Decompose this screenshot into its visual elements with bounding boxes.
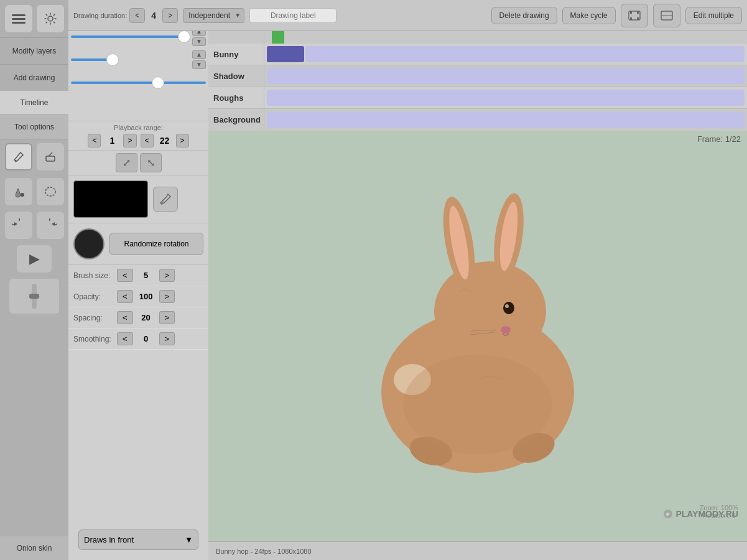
rotation-label: Rotation: 0° [700,511,738,519]
fill-tool-btn[interactable] [5,178,32,205]
drawing-duration-group: Drawing duration: < 4 > [73,8,178,23]
edit-multiple-btn[interactable]: Edit multiple [685,7,742,24]
bottom-status-bar: Bunny hop - 24fps - 1080x1080 [208,541,747,560]
smoothing-val: 0 [137,334,155,343]
shadow-frames [264,65,747,87]
color-section [68,175,208,223]
delete-drawing-btn[interactable]: Delete drawing [491,7,557,24]
pencil-icon [12,150,26,164]
draws-front-select[interactable]: Draws in front ▼ [78,530,198,550]
bg-layer-control [71,72,206,93]
roughs-opacity-slider[interactable] [71,58,190,61]
svg-rect-8 [46,156,55,161]
svg-rect-2 [637,11,639,14]
redo-icon [44,218,57,232]
undo-btn[interactable] [5,212,32,239]
smoothing-controls: < 0 > [117,332,175,345]
lasso-tool-btn[interactable] [37,178,64,205]
opacity-controls: < 100 > [117,290,175,303]
expand-btn-1[interactable]: ⤢ [116,153,137,172]
playback-start-dec-btn[interactable]: < [88,134,101,147]
svg-rect-3 [630,17,632,20]
layer-names-panel: Bunny Shadow Roughs Background [208,31,264,131]
slider-thumb [29,294,39,299]
slider-row [0,276,68,316]
roughs-down-btn[interactable]: ▼ [192,60,206,69]
vertical-slider-btn[interactable] [9,279,59,314]
play-btn[interactable]: ▶ [17,245,52,273]
smoothing-dec-btn[interactable]: < [117,332,133,345]
svg-point-15 [434,261,546,361]
roughs-slider-thumb [106,54,119,66]
spacing-label: Spacing: [73,314,117,322]
expand-btn-2[interactable]: ⤡ [140,153,162,172]
toolbar-icon-1[interactable] [621,4,648,27]
erase-tool-btn[interactable] [37,143,64,170]
smoothing-label: Smoothing: [73,335,117,343]
duration-increase-btn[interactable]: > [162,8,178,23]
drawing-label-input[interactable] [249,8,336,23]
tool-options-btn[interactable]: Tool options [0,115,68,139]
timeline-header [264,31,747,44]
brush-size-inc-btn[interactable]: > [159,269,175,282]
left-sidebar: Modify layers Add drawing Timeline Tool … [0,0,68,560]
svg-point-25 [505,304,509,308]
brush-size-val: 5 [137,271,155,280]
duration-value: 4 [147,11,160,21]
roughs-up-btn[interactable]: ▲ [192,50,206,59]
opacity-dec-btn[interactable]: < [117,290,133,303]
opacity-val: 100 [137,292,155,301]
eyedropper-btn[interactable] [153,187,178,212]
svg-rect-1 [630,11,632,14]
spacing-row: Spacing: < 20 > [68,307,208,329]
svg-marker-11 [14,222,17,226]
duration-decrease-btn[interactable]: < [129,8,145,23]
modify-layers-btn[interactable]: Modify layers [0,37,68,64]
spacing-inc-btn[interactable]: > [159,311,175,324]
draws-front-arrow-icon: ▼ [185,535,193,544]
spacing-dec-btn[interactable]: < [117,311,133,324]
playback-start-inc-btn[interactable]: > [123,134,136,147]
onion-skin-btn[interactable]: Onion skin [0,536,68,560]
roughs-arrows: ▲ ▼ [192,50,206,69]
bunny-canvas[interactable] [297,168,658,504]
draws-front-label: Draws in front [84,535,134,544]
timeline-btn[interactable]: Timeline [0,91,68,115]
add-drawing-btn[interactable]: Add drawing [0,64,68,91]
gear-icon [44,12,57,26]
brush-color-circle[interactable] [73,228,104,259]
settings-btn[interactable] [37,5,64,32]
brush-size-label: Brush size: [73,271,117,280]
playback-end-inc-btn[interactable]: > [176,134,189,147]
toolbar-icon-2[interactable] [653,4,680,27]
shadow-opacity-slider[interactable] [71,35,190,38]
bunny-layer-name[interactable]: Bunny [208,44,264,65]
playback-end-dec-btn[interactable]: < [141,134,154,147]
brush-size-dec-btn[interactable]: < [117,269,133,282]
project-info: Bunny hop - 24fps - 1080x1080 [216,548,312,555]
redo-btn[interactable] [37,212,64,239]
bunny-frames [264,44,747,65]
opacity-inc-btn[interactable]: > [159,290,175,303]
shadow-down-btn[interactable]: ▼ [192,37,206,46]
make-cycle-btn[interactable]: Make cycle [562,7,616,24]
color-preview[interactable] [73,180,148,218]
draw-tool-btn[interactable] [5,143,32,170]
svg-rect-4 [637,17,639,20]
smoothing-row: Smoothing: < 0 > [68,329,208,350]
shadow-layer-name[interactable]: Shadow [208,65,264,87]
hamburger-menu-btn[interactable] [5,5,32,32]
background-layer-name[interactable]: Background [208,109,264,131]
middle-panel: ▲ ▼ ▲ ▼ ▲ ▼ [68,0,208,560]
zoom-label: Zoom: 100% [700,504,738,511]
timeline-frames [264,31,747,131]
smoothing-inc-btn[interactable]: > [159,332,175,345]
roughs-layer-name[interactable]: Roughs [208,87,264,109]
svg-point-26 [501,326,511,334]
randomize-rotation-btn[interactable]: Randomize rotation [109,233,203,255]
playback-controls: < 1 > < 22 > [73,134,203,147]
bg-opacity-slider[interactable] [71,82,206,84]
undo-redo-row [0,209,68,241]
independent-select[interactable]: Independent [183,8,244,23]
brush-size-controls: < 5 > [117,269,175,282]
